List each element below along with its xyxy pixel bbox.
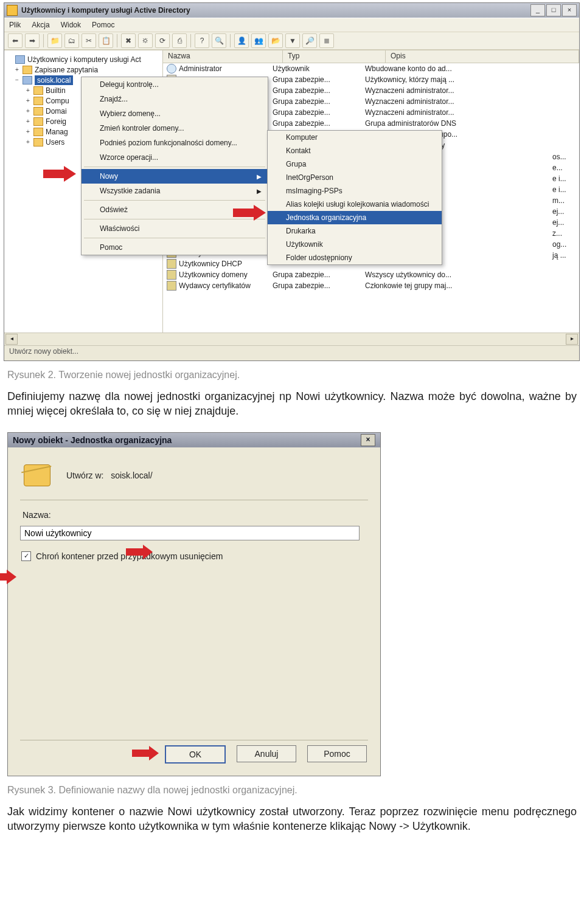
folder-icon	[33, 117, 43, 126]
window-titlebar[interactable]: Użytkownicy i komputery usługi Active Di…	[4, 3, 579, 18]
maximize-button[interactable]: □	[546, 4, 561, 16]
sub-contact[interactable]: Kontakt	[268, 144, 442, 157]
list-row[interactable]: Wydawcy certyfikatówGrupa zabezpie...Czł…	[163, 280, 579, 291]
ctx-properties[interactable]: Właściwości	[82, 221, 268, 236]
col-name[interactable]: Nazwa	[163, 50, 283, 63]
folder-icon	[33, 128, 43, 136]
ctx-raise-level[interactable]: Podnieś poziom funkcjonalności domeny...	[82, 136, 268, 150]
object-icon	[167, 64, 176, 74]
group-icon[interactable]: 👥	[251, 33, 266, 48]
callout-arrow-icon	[43, 166, 80, 182]
new-ou-dialog: Nowy obiekt - Jednostka organizacyjna × …	[7, 432, 381, 776]
properties-icon[interactable]: ⛭	[138, 33, 153, 48]
create-in-label: Utwórz w:	[66, 471, 103, 480]
sub-computer[interactable]: Komputer	[268, 131, 442, 144]
find-icon[interactable]: 🔍	[212, 33, 226, 48]
back-icon[interactable]: ⬅	[8, 33, 23, 48]
list-row[interactable]: AdministratorUżytkownikWbudowane konto d…	[163, 63, 579, 74]
paragraph-2: Jak widzimy kontener o nazwie Nowi użytk…	[4, 804, 580, 845]
folder-icon	[15, 55, 25, 64]
paragraph-1: Definiujemy nazwę dla nowej jednostki or…	[4, 389, 580, 430]
cancel-button[interactable]: Anuluj	[237, 745, 296, 762]
tree-root[interactable]: Użytkownicy i komputery usługi Act	[27, 55, 141, 64]
menu-help[interactable]: Pomoc	[92, 21, 114, 29]
cut-icon[interactable]: ✂	[82, 33, 96, 48]
ctx-new[interactable]: Nowy▶	[82, 169, 268, 184]
desc-fragment: os...	[552, 151, 566, 162]
tree-domain-selected[interactable]: soisk.local	[35, 75, 73, 85]
horizontal-scrollbar[interactable]: ◂ ▸	[4, 333, 579, 345]
desc-fragment: e i...	[552, 184, 566, 195]
sub-msmq[interactable]: Alias kolejki usługi kolejkowania wiadom…	[268, 198, 442, 211]
context-menu: Deleguj kontrolę... Znajdź... Wybierz do…	[81, 77, 268, 255]
sub-user[interactable]: Użytkownik	[268, 238, 442, 251]
scroll-left-icon[interactable]: ◂	[5, 334, 18, 345]
desc-fragment: m...	[552, 195, 566, 206]
name-label: Nazwa:	[23, 510, 368, 520]
submenu-arrow-icon: ▶	[257, 173, 262, 180]
sub-inetorg[interactable]: InetOrgPerson	[268, 171, 442, 184]
menu-file[interactable]: Plik	[9, 21, 21, 29]
ctx-op-masters[interactable]: Wzorce operacji...	[82, 150, 268, 165]
query-icon[interactable]: 🔎	[302, 33, 317, 48]
ctx-delegate[interactable]: Deleguj kontrolę...	[82, 77, 268, 92]
ok-button[interactable]: OK	[165, 745, 226, 764]
dialog-titlebar[interactable]: Nowy obiekt - Jednostka organizacyjna ×	[8, 433, 380, 447]
figure-caption-3: Rysunek 3. Definiowanie nazwy dla nowej …	[4, 776, 580, 804]
tree-saved-queries[interactable]: Zapisane zapytania	[35, 66, 98, 74]
callout-arrow-icon	[126, 545, 155, 559]
toolbar: ⬅ ➡ 📁 🗂 ✂ 📋 ✖ ⛭ ⟳ ⎙ ? 🔍 👤 👥 📂 ▼ 🔎 ≣	[4, 32, 579, 50]
sub-printer[interactable]: Drukarka	[268, 224, 442, 238]
ctx-find[interactable]: Znajdź...	[82, 92, 268, 106]
window-title: Użytkownicy i komputery usługi Active Di…	[21, 6, 190, 15]
ctx-change-dc[interactable]: Zmień kontroler domeny...	[82, 121, 268, 136]
callout-arrow-icon	[132, 746, 161, 760]
sub-group[interactable]: Grupa	[268, 157, 442, 171]
new-submenu: Komputer Kontakt Grupa InetOrgPerson msI…	[267, 130, 442, 265]
protect-checkbox[interactable]: ✓	[21, 551, 31, 561]
col-desc[interactable]: Opis	[386, 50, 579, 63]
extra-icon[interactable]: ≣	[319, 33, 334, 48]
callout-arrow-icon	[0, 570, 19, 584]
ad-window: Użytkownicy i komputery usługi Active Di…	[4, 2, 580, 361]
close-button[interactable]: ×	[562, 4, 577, 16]
sub-ou[interactable]: Jednostka organizacyjna	[268, 211, 442, 224]
ou-folder-icon	[24, 464, 50, 486]
ctx-help[interactable]: Pomoc	[82, 240, 268, 255]
status-bar: Utwórz nowy obiekt...	[4, 345, 579, 360]
group-icon	[167, 281, 176, 291]
export-icon[interactable]: ⎙	[172, 33, 187, 48]
ctx-all-tasks[interactable]: Wszystkie zadania▶	[82, 184, 268, 198]
ctx-change-domain[interactable]: Wybierz domenę...	[82, 106, 268, 121]
sub-msimaging[interactable]: msImaging-PSPs	[268, 184, 442, 198]
folder-icon	[33, 86, 43, 95]
col-type[interactable]: Typ	[283, 50, 386, 63]
menu-view[interactable]: Widok	[61, 21, 81, 29]
sub-share[interactable]: Folder udostępniony	[268, 251, 442, 264]
list-row[interactable]: Użytkownicy domenyGrupa zabezpie...Wszys…	[163, 269, 579, 280]
callout-arrow-icon	[233, 205, 269, 221]
desc-fragment: ej...	[552, 206, 566, 217]
desc-fragment: e...	[552, 162, 566, 173]
app-icon	[7, 5, 18, 16]
folder-icon	[23, 66, 32, 74]
forward-icon[interactable]: ➡	[25, 33, 40, 48]
refresh-icon[interactable]: ⟳	[155, 33, 170, 48]
name-input[interactable]	[20, 526, 360, 540]
delete-icon[interactable]: ✖	[121, 33, 136, 48]
help-button[interactable]: Pomoc	[307, 745, 367, 762]
figure-caption-2: Rysunek 2. Tworzenie nowej jednostki org…	[4, 361, 580, 389]
scroll-right-icon[interactable]: ▸	[566, 334, 578, 345]
user-icon[interactable]: 👤	[234, 33, 249, 48]
minimize-button[interactable]: _	[530, 4, 545, 16]
menu-action[interactable]: Akcja	[32, 21, 49, 29]
filter-icon[interactable]: ▼	[285, 33, 300, 48]
detail-icon[interactable]: 🗂	[64, 33, 79, 48]
submenu-arrow-icon: ▶	[257, 188, 262, 195]
close-button[interactable]: ×	[361, 434, 375, 446]
ou-icon[interactable]: 📂	[268, 33, 283, 48]
help-icon[interactable]: ?	[195, 33, 209, 48]
copy-icon[interactable]: 📋	[99, 33, 113, 48]
up-icon[interactable]: 📁	[47, 33, 62, 48]
dialog-title: Nowy obiekt - Jednostka organizacyjna	[13, 435, 172, 445]
